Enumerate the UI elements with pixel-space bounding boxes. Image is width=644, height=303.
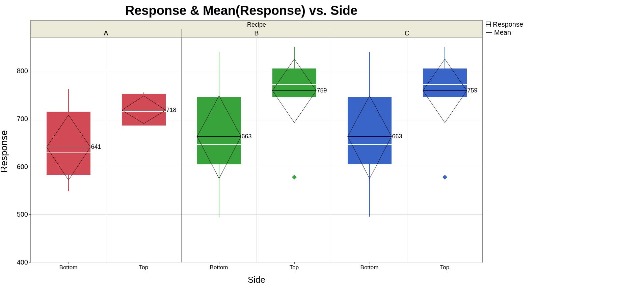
y-axis-label: Response bbox=[0, 130, 9, 173]
y-tick-label: 600 bbox=[17, 163, 31, 170]
boxplot-icon bbox=[486, 22, 491, 27]
outlier-point bbox=[442, 175, 447, 180]
x-tick-label: Top bbox=[139, 262, 148, 271]
x-tick-label: Bottom bbox=[360, 262, 379, 271]
line-icon bbox=[486, 32, 492, 33]
y-tick-label: 400 bbox=[17, 258, 31, 266]
x-axis-label: Side bbox=[30, 275, 483, 285]
facet-strip: ABC bbox=[31, 29, 482, 38]
mean-diamond bbox=[197, 96, 241, 178]
plot-body: 400500600700800BottomTopBottomTopBottomT… bbox=[31, 37, 482, 262]
mean-label: 663 bbox=[392, 133, 402, 140]
mean-label: 759 bbox=[316, 87, 327, 94]
mean-diamond bbox=[348, 96, 392, 178]
whisker bbox=[68, 89, 69, 112]
facet-header: Recipe bbox=[31, 21, 482, 29]
mean-label: 663 bbox=[241, 133, 252, 140]
facet-label: B bbox=[181, 29, 332, 37]
mean-line bbox=[197, 136, 241, 137]
whisker bbox=[219, 52, 219, 98]
y-tick-label: 800 bbox=[17, 67, 31, 75]
svg-marker-2 bbox=[197, 96, 241, 178]
legend-item-response: Response bbox=[486, 20, 523, 28]
x-tick-label: Bottom bbox=[210, 262, 228, 271]
chart-title: Response & Mean(Response) vs. Side bbox=[0, 3, 483, 18]
legend: Response Mean bbox=[486, 20, 523, 36]
plot-area: Recipe ABC 400500600700800BottomTopBotto… bbox=[30, 20, 483, 263]
mean-line bbox=[47, 147, 90, 147]
legend-label: Mean bbox=[494, 29, 511, 36]
mean-line bbox=[122, 110, 166, 111]
y-tick-label: 700 bbox=[17, 115, 31, 122]
mean-label: 718 bbox=[166, 107, 177, 114]
mean-line bbox=[423, 90, 467, 91]
mean-line bbox=[272, 90, 316, 91]
outlier-point bbox=[292, 175, 296, 180]
x-tick-label: Top bbox=[440, 262, 449, 271]
legend-label: Response bbox=[493, 21, 523, 28]
mean-line bbox=[348, 136, 392, 137]
mean-label: 759 bbox=[467, 87, 478, 94]
svg-marker-0 bbox=[47, 115, 90, 180]
mean-diamond bbox=[47, 115, 90, 180]
whisker bbox=[369, 52, 370, 98]
legend-item-mean: Mean bbox=[486, 28, 523, 36]
x-tick-label: Top bbox=[290, 262, 299, 271]
facet-label: C bbox=[332, 29, 482, 37]
y-tick-label: 500 bbox=[17, 211, 31, 218]
svg-marker-4 bbox=[348, 96, 392, 178]
mean-label: 641 bbox=[90, 143, 101, 150]
x-tick-label: Bottom bbox=[59, 262, 78, 271]
facet-label: A bbox=[31, 29, 181, 37]
